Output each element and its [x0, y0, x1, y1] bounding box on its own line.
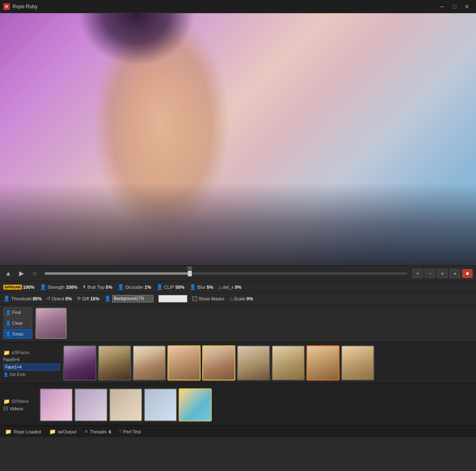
video-reel-icon: 🎞 — [3, 406, 8, 411]
app-icon: R — [3, 3, 10, 10]
threads-icon: ≡ — [85, 428, 88, 435]
scale-label: Scale — [234, 296, 246, 301]
clear-icon: 👤 — [5, 321, 11, 326]
timeline-handle[interactable] — [188, 271, 192, 276]
lib-thumb-9[interactable] — [341, 345, 374, 381]
output-folder-icon: 📁 — [49, 428, 56, 435]
lib-thumb-4[interactable] — [167, 345, 201, 381]
dress-overlay — [0, 183, 476, 265]
strength-icon: 👤 — [40, 284, 46, 290]
vid-thumb-5[interactable] — [179, 388, 212, 421]
rope-loaded-label: Rope Loaded — [14, 429, 41, 434]
diff-icon: ⚙ — [77, 296, 81, 301]
prev-button[interactable]: « — [437, 269, 448, 278]
vid-thumb-4[interactable] — [144, 388, 177, 421]
library-path-row: 📁 st3/Faces — [3, 350, 60, 356]
threads-label: Threads — [90, 429, 106, 434]
threads-value: 6 — [109, 429, 111, 434]
occluder-icon: 👤 — [117, 284, 124, 290]
clip-label: CLIP — [164, 285, 174, 290]
next-button[interactable]: » — [450, 269, 460, 278]
show-masks-label: Show Masks — [199, 296, 224, 301]
timeline-position-label: 90 — [187, 266, 192, 271]
diff-value: 15% — [90, 296, 99, 301]
perf-icon: ! — [120, 428, 121, 435]
brdr-top-value: 5% — [106, 285, 112, 290]
background-input[interactable] — [112, 295, 153, 302]
library-thumbs — [63, 345, 374, 381]
threshold-label: Threshold — [11, 296, 31, 301]
face-panel-buttons: 👤 Find 👤 Clear 👤 Swap — [3, 307, 32, 339]
minimize-button[interactable]: ─ — [436, 2, 448, 12]
transport-bar: ▲ ▶ ○ 90 + − « » ■ — [0, 265, 476, 281]
face-swap-panel: 👤 Find 👤 Clear 👤 Swap — [0, 304, 476, 342]
face-selection-label: Face5+6 — [3, 357, 60, 362]
del-emb-button[interactable]: 👤 Del Emb — [3, 372, 60, 377]
brdr-top-label: Brdr Top — [87, 285, 104, 290]
face-input[interactable] — [3, 364, 60, 371]
gfpgan-value: 100% — [23, 285, 35, 290]
preview-area — [0, 13, 476, 265]
del-emb-icon: 👤 — [3, 372, 8, 377]
vid-thumb-2[interactable] — [74, 388, 108, 421]
diff-label: Diff — [82, 296, 89, 301]
threshold-icon: 👤 — [3, 295, 10, 302]
brdr-top-icon: ⬆ — [82, 284, 86, 290]
stop-button[interactable]: ■ — [462, 269, 473, 278]
videos-panel: 📁 t3/Videos 🎞 Videos — [0, 384, 476, 425]
up-button[interactable]: ▲ — [3, 269, 13, 278]
plus-button[interactable]: + — [412, 269, 423, 278]
app-title: Rope-Ruby — [12, 4, 38, 10]
video-info: 📁 t3/Videos 🎞 Videos — [3, 398, 36, 411]
occluder-value: 1% — [145, 285, 151, 290]
occluder-label: Occluder — [125, 285, 144, 290]
vid-thumb-1[interactable] — [40, 388, 73, 421]
orient-group: ↺ Orient 0% — [47, 296, 72, 301]
timeline-track[interactable] — [45, 272, 407, 275]
gfpgan-group: GFPGAN 100% — [3, 285, 35, 290]
occluder-group: 👤 Occluder 1% — [117, 284, 151, 290]
del-x-value: 0% — [235, 285, 242, 290]
vid-thumb-3[interactable] — [109, 388, 142, 421]
swap-icon: 👤 — [5, 331, 11, 337]
lib-thumb-3[interactable] — [133, 345, 166, 381]
minus-button[interactable]: − — [425, 269, 435, 278]
show-masks-checkbox[interactable] — [192, 296, 197, 301]
scale-value: 0% — [246, 296, 253, 301]
videos-label: Videos — [10, 406, 23, 411]
rope-loaded-icon: 📁 — [5, 428, 12, 435]
blur-value: 5% — [207, 285, 213, 290]
video-path-row: 📁 t3/Videos — [3, 398, 36, 404]
video-folder-icon: 📁 — [3, 398, 10, 404]
find-icon: 👤 — [5, 310, 11, 315]
maximize-button[interactable]: □ — [449, 2, 460, 12]
face-thumb-1[interactable] — [36, 308, 67, 339]
swap-button[interactable]: 👤 Swap — [3, 329, 32, 339]
rope-loaded-status: 📁 Rope Loaded — [5, 428, 41, 435]
play-button[interactable]: ▶ — [17, 269, 26, 278]
find-button[interactable]: 👤 Find — [3, 307, 32, 317]
title-bar-left: R Rope-Ruby — [3, 3, 38, 10]
lib-thumb-2[interactable] — [98, 345, 131, 381]
clear-button[interactable]: 👤 Clear — [3, 318, 32, 328]
del-x-label: del_x — [223, 285, 234, 290]
lib-thumb-8[interactable] — [306, 345, 340, 381]
settings-row-2: 👤 Threshold 85% ↺ Orient 0% ⚙ Diff 15% 👤… — [0, 293, 476, 304]
lib-thumb-1[interactable] — [63, 345, 96, 381]
diff-group: ⚙ Diff 15% — [77, 296, 99, 301]
video-thumbs — [40, 388, 212, 421]
lib-thumb-7[interactable] — [272, 345, 305, 381]
circle-button[interactable]: ○ — [30, 269, 40, 278]
clip-icon: 👤 — [156, 284, 163, 290]
status-bar: 📁 Rope Loaded 📁 ia/Output ≡ Threads 6 ! … — [0, 426, 476, 437]
lib-thumb-5[interactable] — [202, 345, 235, 381]
face-thumb-strip — [36, 308, 67, 339]
close-button[interactable]: ✕ — [461, 2, 473, 12]
orient-label: Orient — [52, 296, 64, 301]
faces-library-panel: 📁 st3/Faces Face5+6 👤 Del Emb — [0, 342, 476, 383]
timeline-wrapper: 90 — [45, 272, 407, 275]
window-controls: ─ □ ✕ — [436, 2, 473, 12]
clip-group: 👤 CLIP 50% — [156, 284, 185, 290]
color-swatch[interactable] — [158, 295, 187, 302]
lib-thumb-6[interactable] — [237, 345, 270, 381]
